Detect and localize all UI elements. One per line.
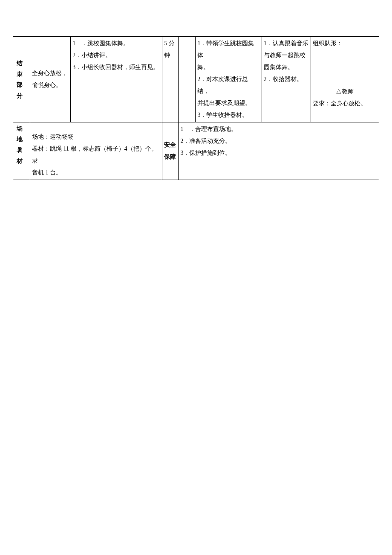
venue-line: 音机 1 台。 — [32, 167, 160, 179]
teacher-activity-list: 1．带领学生跳校园集体 舞。 2．对本次课进行总结， 并提出要求及期望。 3．学… — [196, 37, 261, 122]
safety-label-line: 安全 — [164, 139, 176, 151]
safety-line: 3．保护措施到位。 — [180, 147, 377, 159]
venue-label-line: 地 — [17, 134, 26, 145]
section-label-cell: 结 束 部 分 — [13, 37, 30, 122]
safety-label-cell: 安全 保障 — [162, 122, 179, 180]
student-activity-line: 1．认真跟着音乐 — [264, 38, 309, 49]
safety-label-line: 保障 — [164, 151, 176, 163]
empty-cell — [179, 37, 196, 122]
teacher-activity-line: 并提出要求及期望。 — [197, 97, 259, 109]
lesson-plan-table: 结 束 部 分 全身心放松， 愉悦身心。 1 ．跳校园集体舞。 2．小结讲评。 … — [13, 36, 379, 180]
time-line: 钟 — [164, 49, 176, 61]
section-label-line: 部 — [17, 79, 26, 90]
venue-line: 场地：运动场场 — [32, 131, 160, 143]
section-label-line: 结 — [17, 58, 26, 69]
safety-label: 安全 保障 — [162, 138, 178, 164]
formation-line: 组织队形： — [313, 38, 377, 49]
formation-content: 组织队形： △教师 要求：全身心放松。 — [311, 37, 379, 110]
formation-line: 要求：全身心放松。 — [313, 98, 377, 110]
venue-label-line: 材 — [17, 156, 26, 166]
teacher-activity-line: 1．带领学生跳校园集体 — [197, 38, 259, 61]
student-activity-line: 园集体舞。 — [264, 61, 309, 73]
venue-content-cell: 场地：运动场场 器材：跳绳 11 根，标志筒（椅子）4（把）个。录 音机 1 台… — [30, 122, 162, 180]
safety-line: 1 ．合理布置场地。 — [180, 123, 377, 135]
formation-cell: 组织队形： △教师 要求：全身心放松。 — [311, 37, 379, 122]
time-cell: 5 分 钟 — [162, 37, 179, 122]
student-activity-list: 1．认真跟着音乐 与教师一起跳校 园集体舞。 2．收拾器材。 — [262, 37, 311, 86]
student-activity-line: 2．收拾器材。 — [264, 73, 309, 85]
goal-content: 全身心放松， 愉悦身心。 — [30, 67, 70, 92]
student-activity-line: 与教师一起跳校 — [264, 49, 309, 61]
goal-line: 全身心放松， — [32, 67, 69, 79]
venue-line: 器材：跳绳 11 根，标志筒（椅子）4（把）个。录 — [32, 143, 160, 167]
student-activity-cell: 1．认真跟着音乐 与教师一起跳校 园集体舞。 2．收拾器材。 — [262, 37, 311, 122]
content-list: 1 ．跳校园集体舞。 2．小结讲评。 3．小组长收回器材，师生再见。 — [71, 37, 162, 74]
teacher-activity-line: 2．对本次课进行总结， — [197, 73, 259, 97]
formation-line: △教师 — [313, 86, 377, 98]
goal-line: 愉悦身心。 — [32, 79, 69, 91]
venue-label-cell: 场 地 暑 材 — [13, 122, 30, 180]
section-label-line: 束 — [17, 69, 26, 79]
time-content: 5 分 钟 — [162, 37, 178, 62]
venue-content: 场地：运动场场 器材：跳绳 11 根，标志筒（椅子）4（把）个。录 音机 1 台… — [30, 122, 162, 180]
safety-line: 2．准备活动充分。 — [180, 135, 377, 147]
venue-label-line: 暑 — [17, 145, 26, 155]
content-line: 2．小结讲评。 — [72, 49, 160, 61]
conclusion-row: 结 束 部 分 全身心放松， 愉悦身心。 1 ．跳校园集体舞。 2．小结讲评。 … — [13, 37, 379, 122]
goal-cell: 全身心放松， 愉悦身心。 — [30, 37, 71, 122]
venue-label-line: 场 — [17, 123, 26, 134]
teacher-activity-line: 3．学生收拾器材。 — [197, 109, 259, 121]
content-line: 1 ．跳校园集体舞。 — [72, 38, 160, 49]
venue-row: 场 地 暑 材 场地：运动场场 器材：跳绳 11 根，标志筒（椅子）4（把）个。… — [13, 122, 379, 180]
section-label: 结 束 部 分 — [13, 37, 30, 102]
teacher-activity-line: 舞。 — [197, 61, 259, 73]
safety-content-cell: 1 ．合理布置场地。 2．准备活动充分。 3．保护措施到位。 — [179, 122, 379, 180]
section-label-line: 分 — [17, 90, 26, 101]
venue-label: 场 地 暑 材 — [13, 122, 30, 167]
content-line: 3．小组长收回器材，师生再见。 — [72, 61, 160, 73]
time-line: 5 分 — [164, 38, 176, 49]
content-cell: 1 ．跳校园集体舞。 2．小结讲评。 3．小组长收回器材，师生再见。 — [71, 37, 162, 122]
teacher-activity-cell: 1．带领学生跳校园集体 舞。 2．对本次课进行总结， 并提出要求及期望。 3．学… — [196, 37, 262, 122]
formation-diagram-space — [313, 49, 377, 86]
safety-content: 1 ．合理布置场地。 2．准备活动充分。 3．保护措施到位。 — [179, 122, 379, 160]
